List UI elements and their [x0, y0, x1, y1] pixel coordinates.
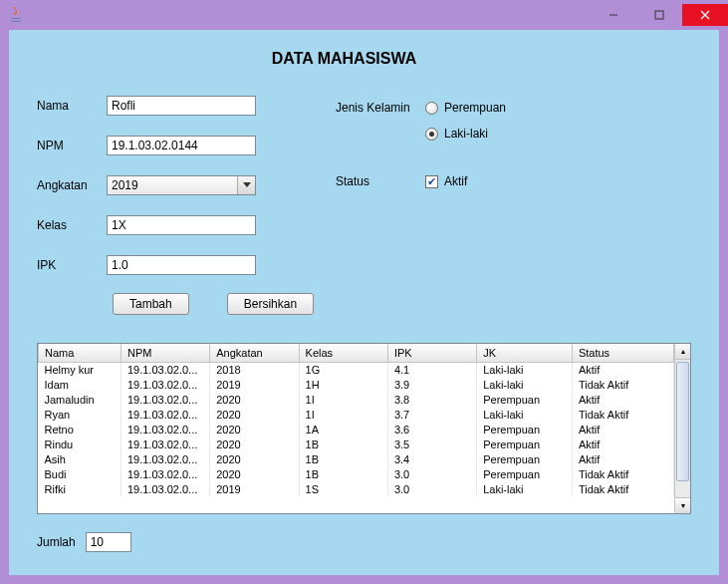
- table-cell: 19.1.03.02.0...: [121, 466, 209, 481]
- table-cell: Perempuan: [477, 392, 573, 407]
- th-kelas[interactable]: Kelas: [299, 344, 387, 362]
- table-header-row: Nama NPM Angkatan Kelas IPK JK Status: [39, 344, 674, 362]
- java-icon: [8, 7, 24, 23]
- radio-icon: [425, 102, 438, 115]
- table-cell: 1S: [299, 481, 387, 496]
- table-cell: Rindu: [39, 437, 121, 451]
- jumlah-input[interactable]: [86, 532, 131, 552]
- table-row[interactable]: Rindu19.1.03.02.0...20201B3.5PerempuanAk…: [39, 437, 674, 451]
- label-ipk: IPK: [37, 258, 107, 272]
- table-cell: 1B: [299, 437, 387, 451]
- radio-laki-laki[interactable]: Laki-laki: [425, 124, 488, 144]
- table-cell: 19.1.03.02.0...: [121, 377, 209, 392]
- table-cell: 19.1.03.02.0...: [121, 437, 209, 451]
- table-cell: Laki-laki: [477, 377, 573, 392]
- vertical-scrollbar[interactable]: ▴ ▾: [674, 344, 690, 513]
- table-cell: 2019: [210, 481, 299, 496]
- table-row[interactable]: Retno19.1.03.02.0...20201A3.6PerempuanAk…: [39, 422, 674, 437]
- radio-perempuan[interactable]: Perempuan: [425, 98, 506, 118]
- table-row[interactable]: Asih19.1.03.02.0...20201B3.4PerempuanAkt…: [39, 451, 674, 466]
- table-cell: 4.1: [387, 362, 476, 377]
- table-cell: Jamaludin: [39, 392, 121, 407]
- angkatan-combobox[interactable]: 2019: [107, 175, 256, 195]
- table-cell: Perempuan: [477, 422, 573, 437]
- checkbox-aktif[interactable]: ✔ Aktif: [425, 171, 467, 191]
- table-cell: Retno: [39, 422, 121, 437]
- scroll-down-icon[interactable]: ▾: [675, 497, 690, 513]
- th-ipk[interactable]: IPK: [387, 344, 476, 362]
- table-cell: 1H: [299, 377, 387, 392]
- table-cell: 1B: [299, 451, 387, 466]
- table-cell: 3.0: [387, 466, 476, 481]
- radio-perempuan-label: Perempuan: [444, 101, 506, 115]
- table-cell: Budi: [39, 466, 121, 481]
- label-status: Status: [336, 174, 425, 188]
- table-cell: 2020: [210, 407, 299, 422]
- table-row[interactable]: Ryan19.1.03.02.0...20201I3.7Laki-lakiTid…: [39, 407, 674, 422]
- tambah-button[interactable]: Tambah: [113, 293, 189, 315]
- scroll-up-icon[interactable]: ▴: [675, 344, 690, 360]
- table-cell: 19.1.03.02.0...: [121, 392, 209, 407]
- table-cell: 3.8: [387, 392, 476, 407]
- table-row[interactable]: Idam19.1.03.02.0...20191H3.9Laki-lakiTid…: [39, 377, 674, 392]
- close-button[interactable]: [682, 4, 728, 26]
- th-jk[interactable]: JK: [477, 344, 573, 362]
- table-row[interactable]: Jamaludin19.1.03.02.0...20201I3.8Perempu…: [39, 392, 674, 407]
- table-cell: 3.7: [387, 407, 476, 422]
- table-cell: 3.0: [387, 481, 476, 496]
- maximize-button[interactable]: [636, 4, 682, 26]
- table-cell: Tidak Aktif: [572, 377, 673, 392]
- angkatan-value: 2019: [112, 178, 138, 192]
- th-nama[interactable]: Nama: [39, 344, 121, 362]
- radio-icon: [425, 128, 438, 141]
- table-cell: Idam: [39, 377, 121, 392]
- table-cell: 19.1.03.02.0...: [121, 451, 209, 466]
- table-cell: Rifki: [39, 481, 121, 496]
- table-cell: 19.1.03.02.0...: [121, 407, 209, 422]
- th-npm[interactable]: NPM: [121, 344, 209, 362]
- content-panel: DATA MAHASISWA Nama NPM Angkatan 2019: [9, 30, 719, 575]
- table-cell: 1I: [299, 407, 387, 422]
- table-cell: Asih: [39, 451, 121, 466]
- label-angkatan: Angkatan: [37, 178, 107, 192]
- table-cell: 1G: [299, 362, 387, 377]
- table-cell: Aktif: [572, 392, 673, 407]
- table-cell: Laki-laki: [477, 362, 573, 377]
- table-cell: 2020: [210, 451, 299, 466]
- table-row[interactable]: Budi19.1.03.02.0...20201B3.0PerempuanTid…: [39, 466, 674, 481]
- table-cell: 2018: [210, 362, 299, 377]
- table-cell: Aktif: [572, 362, 673, 377]
- table-cell: Perempuan: [477, 451, 573, 466]
- table-cell: Tidak Aktif: [572, 481, 673, 496]
- table-cell: Tidak Aktif: [572, 407, 673, 422]
- table-cell: 19.1.03.02.0...: [121, 481, 209, 496]
- nama-input[interactable]: [107, 96, 256, 116]
- table-cell: 3.9: [387, 377, 476, 392]
- table-cell: Perempuan: [477, 466, 573, 481]
- table-cell: 3.6: [387, 422, 476, 437]
- ipk-input[interactable]: [107, 255, 256, 275]
- table-cell: Aktif: [572, 422, 673, 437]
- bersihkan-button[interactable]: Bersihkan: [227, 293, 314, 315]
- minimize-button[interactable]: [591, 4, 636, 26]
- table-cell: 3.5: [387, 437, 476, 451]
- checkbox-aktif-label: Aktif: [444, 174, 467, 188]
- th-angkatan[interactable]: Angkatan: [210, 344, 299, 362]
- chevron-down-icon: [237, 176, 255, 194]
- table-cell: Tidak Aktif: [572, 466, 673, 481]
- table-row[interactable]: Rifki19.1.03.02.0...20191S3.0Laki-lakiTi…: [39, 481, 674, 496]
- table-cell: Laki-laki: [477, 481, 573, 496]
- check-icon: ✔: [425, 175, 438, 188]
- app-window: DATA MAHASISWA Nama NPM Angkatan 2019: [0, 0, 728, 584]
- table-cell: 3.4: [387, 451, 476, 466]
- svg-marker-4: [243, 182, 251, 187]
- titlebar: [0, 0, 728, 30]
- table-row[interactable]: Helmy kur19.1.03.02.0...20181G4.1Laki-la…: [39, 362, 674, 377]
- th-status[interactable]: Status: [572, 344, 673, 362]
- scroll-thumb[interactable]: [676, 362, 689, 481]
- radio-laki-laki-label: Laki-laki: [444, 127, 488, 141]
- kelas-input[interactable]: [107, 215, 256, 235]
- table-cell: 1B: [299, 466, 387, 481]
- npm-input[interactable]: [107, 136, 256, 155]
- table-cell: 19.1.03.02.0...: [121, 422, 209, 437]
